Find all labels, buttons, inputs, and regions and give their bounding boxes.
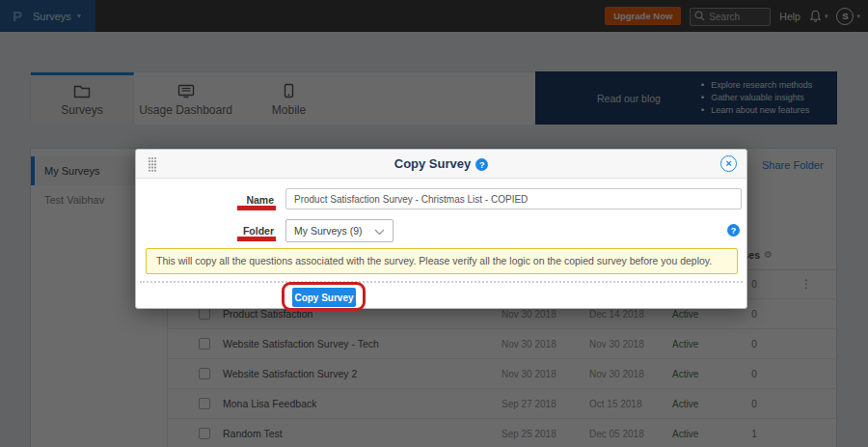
copy-survey-button[interactable]: Copy Survey: [292, 288, 356, 307]
modal-title: Copy Survey?: [136, 150, 746, 179]
survey-name-input[interactable]: [285, 188, 742, 210]
copy-survey-modal: Copy Survey? × Name Folder My Surveys (9…: [135, 149, 747, 309]
annotation-underline-folder: [237, 237, 276, 241]
annotation-underline-name: [237, 206, 276, 210]
chevron-down-icon: [374, 229, 385, 236]
folder-select[interactable]: My Surveys (9): [285, 219, 393, 242]
modal-close-button[interactable]: ×: [720, 155, 737, 172]
modal-title-text: Copy Survey: [394, 156, 471, 171]
folder-select-value: My Surveys (9): [294, 225, 363, 237]
name-field-label: Name: [194, 194, 274, 206]
folder-help-icon[interactable]: ?: [727, 224, 740, 237]
modal-header: Copy Survey? ×: [136, 150, 746, 179]
folder-field-label: Folder: [194, 225, 274, 237]
footer-divider: [140, 281, 743, 283]
copy-warning-message: This will copy all the questions associa…: [146, 248, 738, 274]
title-help-icon[interactable]: ?: [475, 158, 488, 171]
